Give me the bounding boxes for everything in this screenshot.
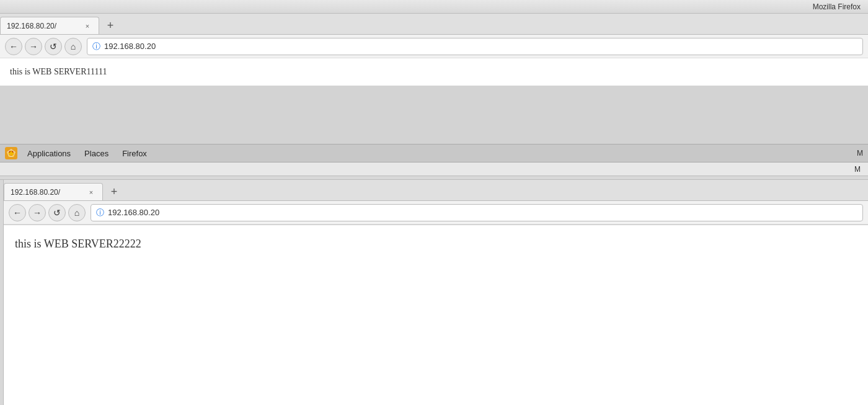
window1-new-tab-button[interactable]: + xyxy=(102,17,119,34)
window1-content: this is WEB SERVER11111 xyxy=(0,58,868,86)
taskbar-places[interactable]: Places xyxy=(78,148,115,159)
window1-forward-button[interactable]: → xyxy=(25,38,42,55)
window2-page-text: this is WEB SERVER22222 xyxy=(15,238,141,250)
window1-title: Mozilla Firefox xyxy=(813,2,861,11)
window1-address-text: 192.168.80.20 xyxy=(104,42,156,51)
window1-active-tab[interactable]: 192.168.80.20/ × xyxy=(0,17,99,34)
window2-inner: 192.168.80.20/ × + ← → ↺ ⌂ ⓘ 192.168.80.… xyxy=(4,180,868,405)
window1-page-text: this is WEB SERVER11111 xyxy=(10,67,107,76)
window2-home-button[interactable]: ⌂ xyxy=(68,204,86,221)
window2-address-text: 192.168.80.20 xyxy=(108,208,159,217)
window2-content: this is WEB SERVER22222 xyxy=(4,225,868,405)
taskbar-right-text: M xyxy=(857,149,863,158)
taskbar-firefox[interactable]: Firefox xyxy=(116,148,153,159)
window1-nav-bar: ← → ↺ ⌂ ⓘ 192.168.80.20 xyxy=(0,35,868,58)
window2-title-bar: M xyxy=(0,162,868,176)
taskbar-applications[interactable]: Applications xyxy=(21,148,77,159)
window2-title-text: M xyxy=(854,165,861,174)
window2-tab-bar: 192.168.80.20/ × + xyxy=(4,180,868,201)
window1-tab-title: 192.168.80.20/ xyxy=(7,22,79,30)
window1-home-button[interactable]: ⌂ xyxy=(64,38,82,55)
window2-tab-close[interactable]: × xyxy=(86,187,96,197)
taskbar-logo-icon xyxy=(5,147,17,159)
screen-1: Mozilla Firefox 192.168.80.20/ × + ← → ↺… xyxy=(0,0,868,86)
screen-2: M 192.168.80.20/ × + ← → ↺ ⌂ ⓘ xyxy=(0,144,868,405)
window2-reload-button[interactable]: ↺ xyxy=(48,204,66,221)
window2-nav-bar: ← → ↺ ⌂ ⓘ 192.168.80.20 xyxy=(4,201,868,225)
window1-tab-close[interactable]: × xyxy=(82,21,92,31)
window2-forward-button[interactable]: → xyxy=(29,204,46,221)
window1-tab-bar: 192.168.80.20/ × + xyxy=(0,14,868,35)
window1-reload-button[interactable]: ↺ xyxy=(45,38,62,55)
window1-back-button[interactable]: ← xyxy=(5,38,22,55)
desktop-taskbar: Applications Places Firefox M xyxy=(0,144,868,162)
window2-address-bar[interactable]: ⓘ 192.168.80.20 xyxy=(91,204,863,221)
window2-body: 192.168.80.20/ × + ← → ↺ ⌂ ⓘ 192.168.80.… xyxy=(0,180,868,405)
window2-tab-title: 192.168.80.20/ xyxy=(11,188,82,197)
window2-new-tab-button[interactable]: + xyxy=(105,183,123,200)
window1-address-bar[interactable]: ⓘ 192.168.80.20 xyxy=(87,38,863,55)
window1-title-bar: Mozilla Firefox xyxy=(0,0,868,14)
window2-active-tab[interactable]: 192.168.80.20/ × xyxy=(4,183,103,200)
window1-info-icon: ⓘ xyxy=(92,41,100,52)
window2-back-button[interactable]: ← xyxy=(9,204,26,221)
window2-info-icon: ⓘ xyxy=(96,207,104,218)
